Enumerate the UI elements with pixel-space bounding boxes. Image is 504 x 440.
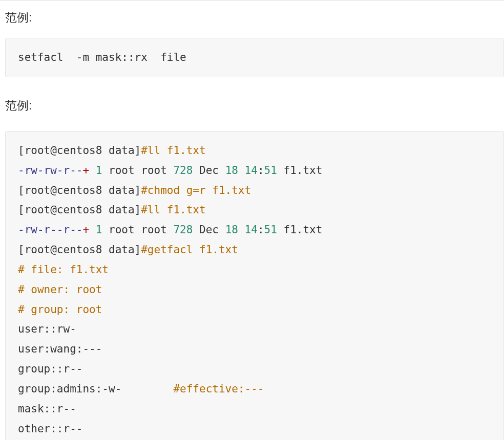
min: 51 [264, 224, 277, 236]
cmd: #getfacl f1.txt [141, 244, 238, 256]
colon: : [258, 164, 264, 177]
hour: 14 [245, 164, 258, 177]
cmd: #chmod g=r f1.txt [141, 184, 251, 196]
acl-line: user::rw- [18, 323, 76, 335]
sp [238, 224, 245, 236]
filename: f1.txt [277, 164, 323, 177]
sp [193, 224, 199, 236]
colon: : [258, 224, 264, 236]
perm: -rw-rw-r-- [18, 164, 82, 177]
min: 51 [264, 164, 277, 177]
linkcount: 1 [89, 164, 102, 177]
example-label-2: 范例: [5, 98, 504, 114]
acl-line: mask::r-- [18, 403, 76, 415]
owner: root root [102, 224, 173, 236]
owner: root root [102, 164, 173, 177]
size: 728 [173, 164, 193, 177]
code-line: setfacl -m mask::rx file [18, 51, 186, 63]
prompt: [root@centos8 data] [18, 144, 141, 157]
linkcount: 1 [89, 224, 102, 236]
acl-line: user:wang:--- [18, 343, 102, 355]
prompt: [root@centos8 data] [18, 204, 141, 216]
cmd: #ll f1.txt [141, 144, 205, 157]
cmd: #ll f1.txt [141, 204, 205, 216]
plus-indicator: + [82, 224, 89, 236]
day: 18 [225, 164, 238, 177]
prompt: [root@centos8 data] [18, 184, 141, 196]
example-label-1: 范例: [5, 6, 504, 26]
hour: 14 [245, 224, 258, 236]
comment-line: # file: f1.txt [18, 263, 109, 276]
code-block-1: setfacl -m mask::rx file [5, 38, 504, 77]
acl-line: group::r-- [18, 363, 82, 375]
acl-line: group:admins:-w- [18, 383, 173, 395]
effective-comment: #effective:--- [173, 383, 264, 395]
day: 18 [225, 224, 238, 236]
sp [193, 164, 199, 177]
comment-line: # owner: root [18, 283, 102, 296]
plus-indicator: + [82, 164, 89, 177]
sp [238, 164, 245, 177]
filename: f1.txt [277, 224, 323, 236]
top-divider [0, 0, 504, 1]
acl-line: other::r-- [18, 423, 82, 435]
size: 728 [173, 224, 193, 236]
month: Dec [199, 224, 225, 236]
code-block-2: [root@centos8 data]#ll f1.txt -rw-rw-r--… [5, 131, 504, 440]
prompt: [root@centos8 data] [18, 244, 141, 256]
month: Dec [199, 164, 225, 177]
perm: -rw-r--r-- [18, 224, 82, 236]
comment-line: # group: root [18, 303, 102, 316]
